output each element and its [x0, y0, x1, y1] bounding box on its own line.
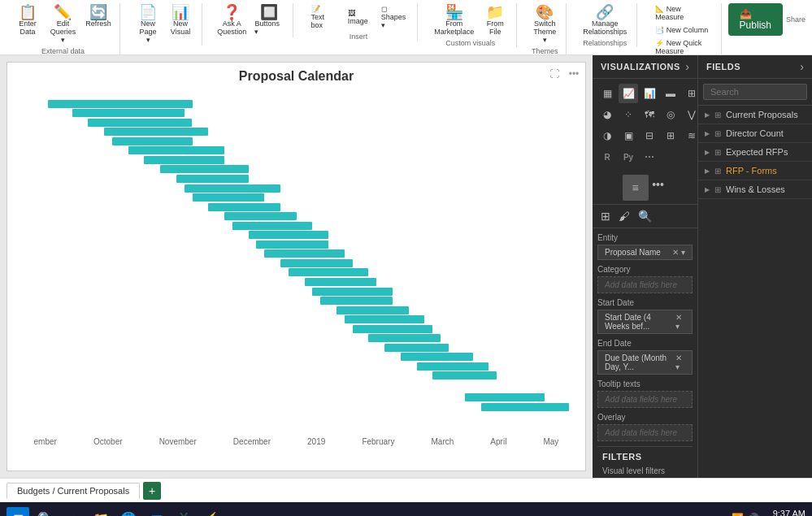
ask-question-button[interactable]: ❓ Ask AQuestion: [215, 3, 248, 37]
buttons-button[interactable]: 🔲 Buttons ▾: [251, 3, 285, 37]
field-group-director-count: ▶ ⊞ Director Count: [698, 124, 812, 143]
canvas[interactable]: ⛶ ••• Proposal Calendar emberOctoberNove…: [7, 62, 586, 471]
gantt-bar: [368, 334, 441, 342]
chrome-icon[interactable]: 🌐: [117, 507, 140, 516]
file-explorer-icon[interactable]: 📁: [89, 507, 112, 516]
canvas-toolbar: ⛶ •••: [546, 66, 582, 82]
gantt-bar: [256, 241, 328, 249]
viz-fields-tab[interactable]: ⊞: [597, 208, 614, 224]
table-rfp-forms-icon: ⊞: [714, 167, 721, 176]
tab-budgets-current-proposals[interactable]: Budgets / Current Proposals: [7, 483, 140, 499]
field-group-rfp-forms-header[interactable]: ▶ ⊞ RFP - Forms: [698, 162, 812, 180]
refresh-button[interactable]: 🔄 Refresh: [84, 3, 113, 46]
viz-more[interactable]: •••: [649, 175, 668, 194]
cortana-icon[interactable]: ○: [62, 507, 85, 516]
start-date-value[interactable]: Start Date (4 Weeks bef... ✕ ▾: [597, 310, 693, 334]
network-icon[interactable]: 📶: [732, 513, 744, 516]
publish-button[interactable]: 📤 Publish: [728, 3, 783, 36]
switch-theme-button[interactable]: 🎨 SwitchTheme ▾: [530, 3, 559, 46]
new-measure-button[interactable]: 📐 New Measure: [650, 3, 714, 23]
x-axis-label: 2019: [307, 437, 325, 446]
powerbi-icon[interactable]: ⚡: [200, 507, 223, 516]
field-group-expected-rfps: ▶ ⊞ Expected RFPs: [698, 143, 812, 162]
manage-relationships-button[interactable]: 🔗 ManageRelationships: [580, 3, 630, 37]
enter-data-button[interactable]: 📋 Enter Data: [13, 3, 42, 46]
start-date-section: Start Date Start Date (4 Weeks bef... ✕ …: [597, 298, 693, 334]
viz-card[interactable]: ▣: [619, 126, 638, 145]
entity-value[interactable]: Proposal Name ✕ ▾: [597, 245, 693, 260]
viz-python[interactable]: Py: [619, 147, 638, 167]
gantt-bar: [72, 109, 185, 117]
x-axis-label: ember: [34, 437, 57, 446]
viz-format-tab[interactable]: 🖌: [615, 208, 633, 224]
more-options-button[interactable]: •••: [566, 66, 582, 82]
viz-gauge[interactable]: ◑: [597, 126, 617, 145]
entity-section: Entity Proposal Name ✕ ▾: [597, 233, 693, 260]
viz-gantt-active[interactable]: ≡: [623, 175, 649, 201]
category-empty[interactable]: Add data fields here: [597, 276, 693, 293]
end-date-value[interactable]: Due Date (Month Day, Y... ✕ ▾: [597, 350, 693, 375]
from-file-icon: 📁: [486, 5, 504, 20]
viz-expand-button[interactable]: ›: [685, 60, 689, 73]
overlay-empty[interactable]: Add data fields here: [597, 424, 693, 441]
entity-label: Entity: [597, 233, 693, 242]
gantt-bar: [432, 371, 497, 379]
marketplace-button[interactable]: 🏪 FromMarketplace: [431, 3, 477, 37]
expand-expected-rfps-icon: ▶: [705, 149, 710, 156]
volume-icon[interactable]: 🔊: [747, 513, 759, 516]
marketplace-icon: 🏪: [445, 5, 463, 20]
textbox-button[interactable]: 📝 Text box: [306, 3, 340, 31]
new-column-button[interactable]: 📑 New Column: [650, 24, 714, 36]
add-tab-button[interactable]: +: [143, 482, 161, 500]
viz-table[interactable]: ⊟: [640, 126, 659, 145]
viz-panel-tabs: ⊞ 🖌 🔍: [593, 204, 697, 228]
search-icon[interactable]: 🔍: [34, 507, 57, 516]
start-date-remove[interactable]: ✕ ▾: [675, 313, 685, 331]
viz-bar-chart[interactable]: ▦: [597, 84, 617, 103]
viz-pie[interactable]: ◕: [597, 105, 617, 124]
x-axis-label: March: [431, 437, 454, 446]
excel-icon[interactable]: X: [172, 507, 195, 516]
viz-analytics-tab[interactable]: 🔍: [635, 208, 655, 224]
from-file-button[interactable]: 📁 FromFile: [480, 3, 510, 37]
tooltip-label: Tooltip texts: [597, 379, 693, 388]
fields-header: FIELDS ›: [698, 55, 812, 79]
viz-area-chart[interactable]: 📊: [640, 84, 659, 103]
tooltip-empty[interactable]: Add data fields here: [597, 391, 693, 408]
viz-matrix[interactable]: ⊞: [661, 126, 680, 145]
field-group-wins-losses-header[interactable]: ▶ ⊞ Wins & Losses: [698, 180, 812, 198]
entity-remove[interactable]: ✕ ▾: [672, 248, 685, 257]
edit-queries-button[interactable]: ✏️ Edit Queries ▾: [46, 3, 80, 46]
x-axis-label: November: [159, 437, 197, 446]
outlook-icon[interactable]: ✉: [145, 507, 167, 516]
gantt-bar: [144, 156, 224, 164]
start-button[interactable]: ⊞: [7, 507, 29, 516]
gantt-bar: [481, 403, 569, 411]
visualizations-title: VISUALIZATIONS: [601, 62, 680, 72]
new-quick-measure-button[interactable]: ⚡ New Quick Measure: [650, 37, 714, 57]
gantt-bar: [384, 344, 449, 352]
viz-scatter[interactable]: ⁘: [619, 105, 638, 124]
new-page-button[interactable]: 📄 NewPage ▾: [133, 3, 163, 46]
right-panels: VISUALIZATIONS › ▦ 📈 📊 ▬ ⊞ ◕ ⁘ 🗺 ◎ ⋁ ◑ ▣…: [593, 55, 812, 478]
expand-button[interactable]: ⛶: [546, 66, 562, 82]
viz-r-script[interactable]: R: [597, 147, 617, 167]
shapes-button[interactable]: ◻ Shapes ▾: [376, 3, 411, 31]
end-date-remove[interactable]: ✕ ▾: [675, 353, 685, 371]
ribbon-group-page: 📄 NewPage ▾ 📊 NewVisual: [127, 3, 202, 46]
fields-expand-button[interactable]: ›: [800, 60, 804, 73]
viz-line-chart[interactable]: 📈: [619, 84, 638, 103]
start-date-label: Start Date: [597, 298, 693, 307]
field-group-director-count-header[interactable]: ▶ ⊞ Director Count: [698, 124, 812, 142]
viz-map[interactable]: 🗺: [640, 105, 659, 124]
viz-stacked-bar[interactable]: ▬: [661, 84, 680, 103]
viz-donut[interactable]: ◎: [661, 105, 680, 124]
viz-custom[interactable]: ⋯: [640, 147, 659, 167]
field-group-expected-rfps-header[interactable]: ▶ ⊞ Expected RFPs: [698, 143, 812, 161]
field-group-current-proposals-header[interactable]: ▶ ⊞ Current Proposals: [698, 106, 812, 124]
end-date-label: End Date: [597, 339, 693, 348]
taskbar-left: ⊞ 🔍 ○ 📁 🌐 ✉ X ⚡: [7, 507, 223, 516]
fields-search-input[interactable]: [703, 84, 807, 100]
new-visual-button[interactable]: 📊 NewVisual: [166, 3, 195, 46]
image-button[interactable]: 🖼 Image: [343, 3, 373, 31]
